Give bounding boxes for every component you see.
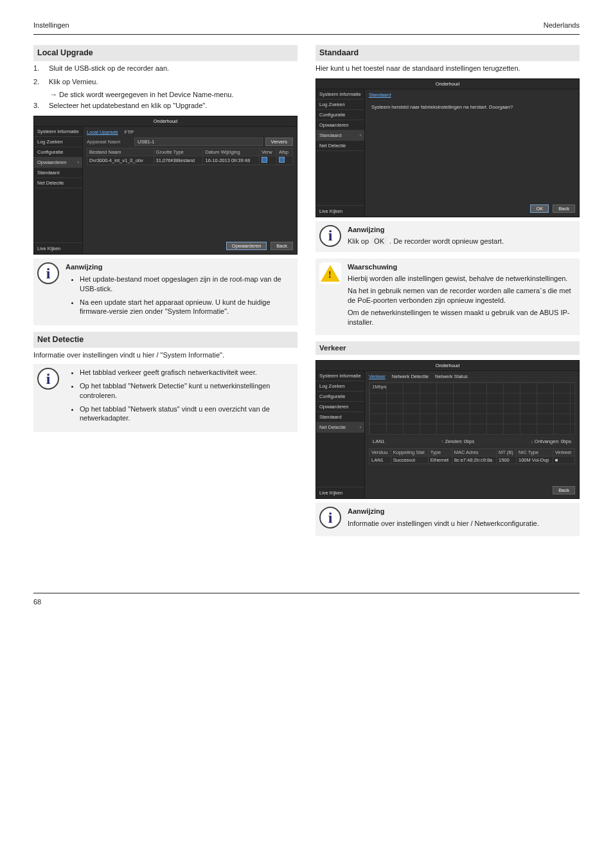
- sidebar-live-view[interactable]: Live Kijken: [34, 242, 82, 254]
- step-2: 2. Klik op Vernieu.: [33, 77, 298, 87]
- ui-upgrade-footer-btns: Opwaarderen Back: [226, 242, 293, 250]
- cell-if: LAN1: [369, 457, 391, 464]
- cell-mac: 8c:e7:48:2b:c9:8a: [452, 457, 496, 464]
- ui-traffic-title: Onderhoud: [316, 361, 579, 371]
- figure-upgrade: Onderhoud Systeem Informatie Log Zoeken …: [33, 116, 298, 255]
- netdetect-bullet-2: Op het tabblad "Netwerk Detectie" kunt u…: [80, 381, 292, 401]
- sidebar-item-upgrade[interactable]: Opwaarderen: [316, 120, 364, 131]
- cell-nic-type: 100M Vol-Dup: [517, 457, 553, 464]
- table-row[interactable]: Dvr3000-4_int_v1_0_obv 31,076KBBestand 1…: [87, 156, 293, 165]
- tab-netstatus[interactable]: Netwerk Status: [435, 374, 468, 379]
- back-button[interactable]: Back: [553, 204, 575, 213]
- sidebar-item-upgrade[interactable]: Opwaarderen: [316, 402, 364, 412]
- play-icon[interactable]: [279, 157, 285, 163]
- table-header-row: Bestand Naam Grootte Type Datum Wijzigin…: [87, 149, 293, 156]
- ok-button[interactable]: OK: [530, 204, 549, 213]
- header-left: Instellingen: [33, 21, 69, 30]
- legend-recv: Ontvangen: 0bps: [531, 439, 571, 444]
- step-1-num: 1.: [33, 64, 45, 73]
- sidebar-item-netdetect[interactable]: Net Detectie: [316, 422, 364, 433]
- ui-traffic-tabs: Verkeer Netwerk Detectie Netwerk Status: [369, 374, 575, 379]
- tab-netdetect[interactable]: Netwerk Detectie: [392, 374, 429, 379]
- ui-default: Onderhoud Systeem Informatie Log Zoeken …: [315, 78, 580, 217]
- page-footer: 68: [33, 593, 580, 607]
- note-title: Aanwijzing: [66, 262, 292, 272]
- col-link-status: Koppeling Stat: [391, 449, 428, 457]
- ui-traffic: Onderhoud Systeem Informatie Log Zoeken …: [315, 360, 580, 499]
- ui-upgrade-main: Local Upgrade FTP Apparaat Naam USB1-1 V…: [83, 127, 297, 254]
- back-button[interactable]: Back: [553, 486, 575, 494]
- ui-upgrade-title: Onderhoud: [34, 116, 297, 127]
- note-upgrade: i Aanwijzing Het update-bestand moet opg…: [33, 258, 298, 325]
- col-date: Datum Wijziging: [203, 149, 259, 156]
- section-default-title: Standaard: [315, 45, 580, 61]
- col-send: Verstuu: [369, 449, 391, 457]
- cell-mtu: 1500: [497, 457, 517, 464]
- sidebar-item-config[interactable]: Configuratie: [316, 392, 364, 402]
- sidebar-item-default[interactable]: Standaard: [34, 168, 82, 178]
- note-default-before: Klik op: [348, 237, 371, 245]
- cell-filename: Dvr3000-4_int_v1_0_obv: [87, 156, 154, 165]
- sidebar-live-view[interactable]: Live Kijken: [316, 205, 364, 217]
- section-netdetect-title: Net Detectie: [33, 332, 298, 348]
- note-default: i Aanwijzing Klik op OK . De recorder wo…: [315, 221, 580, 252]
- sidebar-item-log[interactable]: Log Zoeken: [316, 100, 364, 110]
- col-type: Type: [428, 449, 452, 457]
- figure-default: Onderhoud Systeem Informatie Log Zoeken …: [315, 78, 580, 217]
- sidebar-item-netdetect[interactable]: Net Detectie: [316, 141, 364, 151]
- ui-default-footer-btns: OK Back: [530, 204, 575, 213]
- traffic-chart: 1Mbps: [369, 382, 575, 435]
- sidebar-item-config[interactable]: Configuratie: [316, 110, 364, 120]
- refresh-button[interactable]: Ververs: [265, 138, 293, 146]
- step-1-text: Sluit de USB-stick op de recorder aan.: [49, 64, 298, 73]
- ui-default-sidebar: Systeem Informatie Log Zoeken Configurat…: [316, 89, 365, 217]
- note-traffic-text: Informatie over instellingen vindt u hie…: [348, 519, 574, 529]
- step-2-result: De stick wordt weergegeven in het Device…: [50, 90, 298, 100]
- sidebar-item-log[interactable]: Log Zoeken: [316, 381, 364, 392]
- tab-verkeer[interactable]: Verkeer: [369, 374, 386, 379]
- ui-default-main: Standaard Systeem hersteld naar fabrieks…: [365, 89, 579, 217]
- sidebar-item-netdetect[interactable]: Net Detectie: [34, 178, 82, 188]
- sidebar-item-upgrade[interactable]: Opwaarderen: [34, 158, 82, 168]
- netdetect-bullet-1: Het tabblad verkeer geeft grafisch netwe…: [80, 368, 292, 377]
- note-netdetect-body: Het tabblad verkeer geeft grafisch netwe…: [66, 368, 292, 427]
- note-netdetect: i Het tabblad verkeer geeft grafisch net…: [33, 364, 298, 432]
- restore-message: Systeem hersteld naar fabrieksinstelling…: [371, 104, 573, 110]
- sidebar-item-sysinfo[interactable]: Systeem Informatie: [316, 371, 364, 381]
- device-select[interactable]: USB1-1: [134, 138, 263, 146]
- ui-upgrade-tabs: Local Upgrade FTP: [87, 129, 293, 135]
- sidebar-item-log[interactable]: Log Zoeken: [34, 137, 82, 147]
- tab-standaard[interactable]: Standaard: [369, 92, 391, 98]
- back-button[interactable]: Back: [271, 242, 293, 250]
- tab-local-upgrade[interactable]: Local Upgrade: [87, 129, 118, 135]
- header-right: Nederlands: [544, 21, 580, 30]
- sidebar-item-config[interactable]: Configuratie: [34, 147, 82, 158]
- warning-title: Waarschuwing: [348, 262, 574, 272]
- cell-play[interactable]: [276, 156, 292, 165]
- file-table: Bestand Naam Grootte Type Datum Wijzigin…: [87, 148, 293, 165]
- sidebar-item-default[interactable]: Standaard: [316, 412, 364, 422]
- ui-traffic-footer-btns: Back: [553, 486, 575, 494]
- ui-upgrade: Onderhoud Systeem Informatie Log Zoeken …: [33, 116, 298, 255]
- col-filename: Bestand Naam: [87, 149, 154, 156]
- step-1: 1. Sluit de USB-stick op de recorder aan…: [33, 64, 298, 73]
- tab-ftp[interactable]: FTP: [125, 129, 134, 135]
- upgrade-button[interactable]: Opwaarderen: [226, 242, 267, 250]
- warning-default: Waarschuwing Hierbij worden alle instell…: [315, 258, 580, 335]
- sidebar-item-sysinfo[interactable]: Systeem Informatie: [316, 89, 364, 100]
- sidebar-item-sysinfo[interactable]: Systeem Informatie: [34, 127, 82, 137]
- step-2-num: 2.: [33, 77, 45, 87]
- delete-icon[interactable]: [262, 157, 267, 163]
- figure-traffic: Onderhoud Systeem Informatie Log Zoeken …: [315, 360, 580, 499]
- table-row[interactable]: LAN1 Succesvol Ethernet 8c:e7:48:2b:c9:8…: [369, 457, 575, 464]
- default-desc: Hier kunt u het toestel naar de standaar…: [315, 64, 580, 73]
- sidebar-item-default[interactable]: Standaard: [316, 131, 364, 141]
- device-label: Apparaat Naam: [87, 139, 132, 145]
- sidebar-live-view[interactable]: Live Kijken: [316, 487, 364, 498]
- traffic-legend: LAN1 Zenden: 0bps Ontvangen: 0bps: [369, 437, 575, 446]
- warning-p1: Hierbij worden alle instellingen gewist,…: [348, 274, 574, 284]
- warning-icon: [319, 262, 341, 284]
- col-mtu: MT (B): [497, 449, 517, 457]
- col-mac: MAC Adres: [452, 449, 496, 457]
- cell-del[interactable]: [259, 156, 276, 165]
